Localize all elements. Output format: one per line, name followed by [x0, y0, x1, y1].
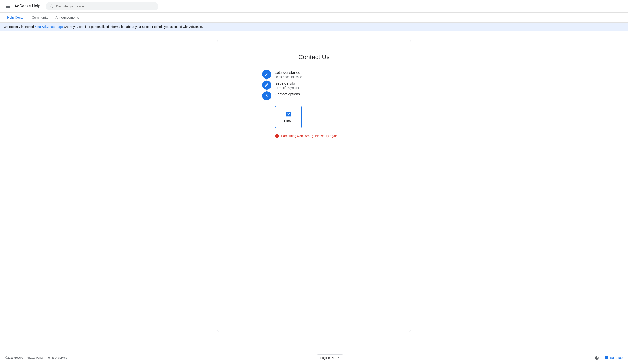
step-2-text: Issue details Form of Payment: [275, 80, 299, 90]
menu-icon[interactable]: [3, 2, 13, 11]
search-bar: [46, 2, 158, 10]
footer-right: Send fee: [593, 354, 623, 362]
banner-link[interactable]: Your AdSense Page: [35, 25, 63, 29]
search-icon: [49, 4, 54, 8]
announcement-banner: We recently launched Your AdSense Page w…: [0, 23, 628, 31]
footer-separator-1: -: [24, 356, 25, 359]
step-2-icon: [262, 80, 271, 90]
error-message-container: Something went wrong. Please try again.: [275, 134, 366, 138]
tab-help-center[interactable]: Help Center: [3, 13, 28, 22]
footer-separator-2: -: [45, 356, 46, 359]
send-feedback-button[interactable]: Send fee: [605, 356, 623, 360]
step-1-icon: [262, 70, 271, 79]
feedback-icon: [605, 356, 609, 360]
step-1: Let's get started Bank account issue: [262, 70, 366, 79]
step-2-title: Issue details: [275, 81, 299, 85]
tab-announcements[interactable]: Announcements: [52, 13, 83, 22]
contact-title: Contact Us: [299, 54, 330, 61]
step-3: 3 Contact options: [262, 91, 366, 100]
nav-tabs: Help Center Community Announcements: [0, 13, 628, 23]
theme-toggle-button[interactable]: [593, 354, 601, 362]
step-1-text: Let's get started Bank account issue: [275, 70, 302, 79]
step-3-title: Contact options: [275, 92, 300, 96]
footer-copyright: ©2021 Google: [5, 356, 23, 359]
email-option-label: Email: [284, 119, 292, 123]
language-dropdown[interactable]: English Español Français Deutsch 日本語: [319, 356, 335, 360]
email-option-card[interactable]: Email: [275, 106, 302, 128]
chevron-down-icon: [337, 356, 341, 360]
email-icon: [285, 111, 292, 118]
step-1-title: Let's get started: [275, 71, 302, 75]
footer-links: ©2021 Google - Privacy Policy - Terms of…: [5, 356, 67, 359]
step-1-subtitle: Bank account issue: [275, 75, 302, 79]
error-text: Something went wrong. Please try again.: [281, 134, 338, 138]
footer-terms-link[interactable]: Terms of Service: [47, 356, 67, 359]
error-icon: [275, 134, 279, 138]
step-2-subtitle: Form of Payment: [275, 86, 299, 90]
footer-privacy-link[interactable]: Privacy Policy: [27, 356, 43, 359]
main-content: Contact Us Let's get started Bank accoun…: [0, 31, 628, 350]
contact-card: Contact Us Let's get started Bank accoun…: [217, 40, 411, 332]
banner-text-after: where you can find personalized informat…: [63, 25, 203, 29]
tab-community[interactable]: Community: [28, 13, 52, 22]
footer-language-selector: English Español Français Deutsch 日本語: [317, 354, 343, 361]
contact-options: Email: [275, 106, 366, 128]
step-3-icon: 3: [262, 91, 271, 100]
search-input[interactable]: [56, 4, 155, 8]
step-3-text: Contact options: [275, 91, 300, 96]
step-2: Issue details Form of Payment: [262, 80, 366, 90]
banner-text-before: We recently launched: [3, 25, 35, 29]
footer: ©2021 Google - Privacy Policy - Terms of…: [0, 350, 628, 364]
send-feedback-label: Send fee: [610, 356, 623, 360]
app-title: AdSense Help: [14, 4, 40, 8]
steps-container: Let's get started Bank account issue Iss…: [262, 70, 366, 138]
language-select-wrapper[interactable]: English Español Français Deutsch 日本語: [317, 354, 343, 361]
